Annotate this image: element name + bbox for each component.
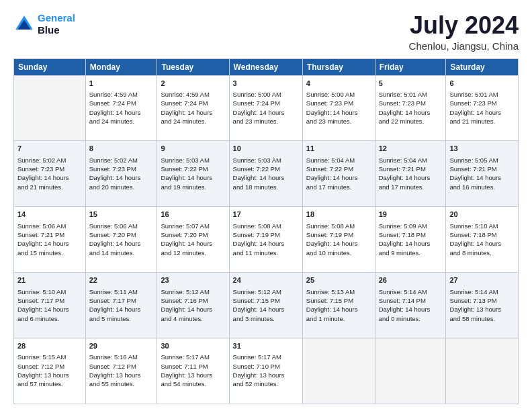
- day-cell: 19Sunrise: 5:09 AMSunset: 7:18 PMDayligh…: [375, 207, 446, 273]
- day-info-line: Sunrise: 5:12 AM: [233, 287, 299, 296]
- day-info-line: Sunrise: 5:06 AM: [17, 222, 82, 230]
- day-info-line: Sunrise: 5:06 AM: [89, 222, 154, 230]
- day-info-line: Daylight: 13 hours: [233, 371, 299, 379]
- day-info-line: Sunset: 7:23 PM: [89, 165, 154, 173]
- day-number: 21: [17, 275, 82, 285]
- day-cell: 10Sunrise: 5:03 AMSunset: 7:22 PMDayligh…: [229, 141, 302, 207]
- day-cell: [14, 75, 86, 141]
- day-info-line: Daylight: 14 hours: [306, 305, 371, 314]
- day-info-line: Sunrise: 5:16 AM: [89, 353, 154, 361]
- weekday-header-row: SundayMondayTuesdayWednesdayThursdayFrid…: [14, 58, 519, 75]
- day-cell: 21Sunrise: 5:10 AMSunset: 7:17 PMDayligh…: [14, 273, 86, 338]
- day-info-line: Sunset: 7:19 PM: [306, 230, 371, 239]
- day-cell: 5Sunrise: 5:01 AMSunset: 7:23 PMDaylight…: [375, 75, 446, 141]
- day-info-line: and 22 minutes.: [379, 117, 443, 126]
- day-cell: 27Sunrise: 5:14 AMSunset: 7:13 PMDayligh…: [446, 273, 519, 338]
- week-row-4: 21Sunrise: 5:10 AMSunset: 7:17 PMDayligh…: [14, 273, 519, 338]
- weekday-header-sunday: Sunday: [14, 58, 86, 75]
- day-info-line: Sunset: 7:24 PM: [161, 99, 225, 107]
- day-cell: 30Sunrise: 5:17 AMSunset: 7:11 PMDayligh…: [157, 338, 229, 404]
- day-info-line: and 24 minutes.: [161, 117, 225, 126]
- day-number: 22: [89, 275, 154, 285]
- day-info-line: Sunset: 7:12 PM: [17, 362, 82, 371]
- day-info-line: Sunrise: 5:14 AM: [449, 287, 515, 296]
- day-info-line: Sunset: 7:24 PM: [89, 99, 154, 107]
- day-cell: 17Sunrise: 5:08 AMSunset: 7:19 PMDayligh…: [229, 207, 302, 273]
- day-info-line: Sunset: 7:23 PM: [449, 99, 515, 107]
- day-info-line: Daylight: 14 hours: [233, 239, 299, 248]
- day-number: 28: [17, 341, 82, 351]
- day-cell: [375, 338, 446, 404]
- day-info-line: and 14 minutes.: [89, 248, 154, 257]
- day-info-line: Sunset: 7:22 PM: [306, 165, 371, 173]
- day-info-line: Sunset: 7:19 PM: [233, 230, 299, 239]
- day-info-line: Sunrise: 5:11 AM: [89, 287, 154, 296]
- day-info-line: Daylight: 14 hours: [449, 239, 515, 248]
- day-number: 18: [306, 210, 371, 220]
- title-block: July 2024 Chenlou, Jiangsu, China: [409, 12, 519, 52]
- calendar: SundayMondayTuesdayWednesdayThursdayFrid…: [13, 58, 519, 404]
- day-cell: [446, 338, 519, 404]
- day-cell: 6Sunrise: 5:01 AMSunset: 7:23 PMDaylight…: [446, 75, 519, 141]
- day-info-line: and 23 minutes.: [233, 117, 299, 126]
- day-info-line: Sunrise: 5:10 AM: [449, 222, 515, 230]
- day-number: 25: [306, 275, 371, 285]
- day-info-line: Daylight: 14 hours: [233, 173, 299, 182]
- day-info-line: Sunrise: 5:03 AM: [233, 156, 299, 165]
- day-cell: 7Sunrise: 5:02 AMSunset: 7:23 PMDaylight…: [14, 141, 86, 207]
- day-number: 26: [379, 275, 443, 285]
- day-info-line: Daylight: 14 hours: [233, 108, 299, 117]
- day-number: 3: [233, 79, 299, 89]
- day-info-line: Daylight: 14 hours: [306, 239, 371, 248]
- day-info-line: and 4 minutes.: [161, 314, 225, 323]
- header: General Blue July 2024 Chenlou, Jiangsu,…: [13, 12, 519, 52]
- day-info-line: and 19 minutes.: [161, 183, 225, 191]
- day-number: 8: [89, 144, 154, 154]
- day-info-line: Sunset: 7:13 PM: [449, 296, 515, 305]
- day-cell: 15Sunrise: 5:06 AMSunset: 7:20 PMDayligh…: [85, 207, 157, 273]
- day-number: 5: [379, 79, 443, 89]
- day-info-line: Sunrise: 5:12 AM: [161, 287, 225, 296]
- day-cell: 9Sunrise: 5:03 AMSunset: 7:22 PMDaylight…: [157, 141, 229, 207]
- day-info-line: and 1 minute.: [306, 314, 371, 323]
- day-info-line: and 18 minutes.: [233, 183, 299, 191]
- day-number: 16: [161, 210, 225, 220]
- day-info-line: Daylight: 13 hours: [89, 371, 154, 379]
- day-info-line: and 0 minutes.: [379, 314, 443, 323]
- day-cell: 28Sunrise: 5:15 AMSunset: 7:12 PMDayligh…: [14, 338, 86, 404]
- day-info-line: Sunset: 7:24 PM: [233, 99, 299, 107]
- logo: General Blue: [13, 12, 75, 36]
- day-info-line: and 58 minutes.: [449, 314, 515, 323]
- day-info-line: Sunrise: 5:04 AM: [379, 156, 443, 165]
- day-info-line: Daylight: 14 hours: [161, 305, 225, 314]
- day-info-line: Daylight: 14 hours: [449, 173, 515, 182]
- day-info-line: and 10 minutes.: [306, 248, 371, 257]
- day-cell: 13Sunrise: 5:05 AMSunset: 7:21 PMDayligh…: [446, 141, 519, 207]
- day-info-line: Sunset: 7:15 PM: [306, 296, 371, 305]
- day-cell: 23Sunrise: 5:12 AMSunset: 7:16 PMDayligh…: [157, 273, 229, 338]
- weekday-header-tuesday: Tuesday: [157, 58, 229, 75]
- day-info-line: Sunset: 7:23 PM: [379, 99, 443, 107]
- day-info-line: Sunset: 7:23 PM: [306, 99, 371, 107]
- weekday-header-wednesday: Wednesday: [229, 58, 302, 75]
- day-number: 4: [306, 79, 371, 89]
- day-info-line: Daylight: 14 hours: [379, 173, 443, 182]
- day-info-line: Sunrise: 5:05 AM: [449, 156, 515, 165]
- day-info-line: and 21 minutes.: [17, 183, 82, 191]
- day-info-line: Sunset: 7:21 PM: [449, 165, 515, 173]
- day-info-line: and 57 minutes.: [17, 379, 82, 388]
- day-info-line: Sunrise: 5:02 AM: [89, 156, 154, 165]
- day-info-line: Sunrise: 5:13 AM: [306, 287, 371, 296]
- day-info-line: Sunset: 7:21 PM: [379, 165, 443, 173]
- day-info-line: Sunrise: 4:59 AM: [161, 90, 225, 99]
- day-number: 30: [161, 341, 225, 351]
- day-info-line: and 17 minutes.: [379, 183, 443, 191]
- day-info-line: Daylight: 14 hours: [379, 305, 443, 314]
- day-info-line: Daylight: 14 hours: [306, 108, 371, 117]
- day-info-line: Sunrise: 5:08 AM: [233, 222, 299, 230]
- day-number: 29: [89, 341, 154, 351]
- day-info-line: Sunrise: 5:07 AM: [161, 222, 225, 230]
- day-number: 12: [379, 144, 443, 154]
- day-cell: 24Sunrise: 5:12 AMSunset: 7:15 PMDayligh…: [229, 273, 302, 338]
- day-number: 27: [449, 275, 515, 285]
